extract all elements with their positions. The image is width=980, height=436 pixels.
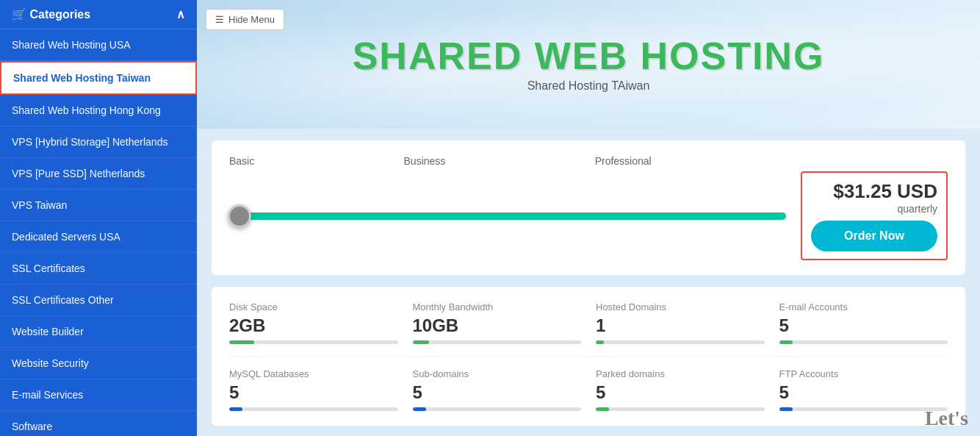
cart-icon: 🛒 xyxy=(12,8,26,21)
spec-bar-fill xyxy=(229,340,254,344)
chevron-up-icon: ∧ xyxy=(176,7,185,21)
specs-divider xyxy=(229,356,948,357)
spec-item: Disk Space2GB xyxy=(229,301,398,344)
slider-track xyxy=(229,212,786,220)
sidebar-item-shared-hk[interactable]: Shared Web Hosting Hong Kong xyxy=(0,95,197,126)
spec-label: FTP Accounts xyxy=(779,368,948,379)
spec-bar-fill xyxy=(413,407,426,411)
spec-item: E-mail Accounts5 xyxy=(779,301,948,344)
price-period: quarterly xyxy=(811,203,937,215)
plan-label-basic: Basic xyxy=(229,155,254,167)
price-amount: $31.25 USD xyxy=(811,180,937,203)
sidebar-item-vps-hybrid[interactable]: VPS [Hybrid Storage] Netherlands xyxy=(0,126,197,158)
specs-row1: Disk Space2GBMonthly Bandwidth10GBHosted… xyxy=(229,301,948,344)
spec-bar-fill xyxy=(596,340,604,344)
spec-value: 10GB xyxy=(413,315,582,336)
spec-bar-fill xyxy=(229,407,242,411)
spec-value: 5 xyxy=(413,382,582,403)
spec-item: FTP Accounts5 xyxy=(779,368,948,411)
plan-selector-card: Basic Business Professional $31.25 USD q… xyxy=(212,140,965,275)
plan-area: Basic Business Professional $31.25 USD q… xyxy=(197,129,980,436)
sidebar-item-website-builder[interactable]: Website Builder xyxy=(0,316,197,348)
hide-menu-icon: ☰ xyxy=(215,14,224,25)
spec-item: MySQL Databases5 xyxy=(229,368,398,411)
plan-label-professional: Professional xyxy=(595,155,652,167)
spec-bar-fill xyxy=(596,407,609,411)
spec-bar-fill xyxy=(779,407,793,411)
spec-value: 5 xyxy=(779,382,948,403)
spec-item: Parked domains5 xyxy=(596,368,765,411)
order-box: $31.25 USD quarterly Order Now xyxy=(801,171,948,260)
spec-label: Monthly Bandwidth xyxy=(413,301,582,312)
spec-bar xyxy=(779,340,948,344)
main-content: ☰ Hide Menu SHARED WEB HOSTING Shared Ho… xyxy=(197,0,980,436)
sidebar-item-vps-ssd[interactable]: VPS [Pure SSD] Netherlands xyxy=(0,158,197,190)
hide-menu-label: Hide Menu xyxy=(228,14,275,25)
sidebar-header-label: Categories xyxy=(29,8,90,21)
hide-menu-button[interactable]: ☰ Hide Menu xyxy=(206,9,284,30)
hero-subtitle: Shared Hosting TAiwan xyxy=(527,79,650,93)
spec-bar xyxy=(779,407,948,411)
sidebar: 🛒 Categories ∧ Shared Web Hosting USASha… xyxy=(0,0,197,436)
specs-card: Disk Space2GBMonthly Bandwidth10GBHosted… xyxy=(212,287,965,426)
spec-item: Monthly Bandwidth10GB xyxy=(413,301,582,344)
spec-bar xyxy=(596,340,765,344)
spec-item: Hosted Domains1 xyxy=(596,301,765,344)
spec-label: Sub-domains xyxy=(413,368,582,379)
spec-label: Disk Space xyxy=(229,301,398,312)
sidebar-item-shared-usa[interactable]: Shared Web Hosting USA xyxy=(0,29,197,61)
sidebar-item-ssl-other[interactable]: SSL Certificates Other xyxy=(0,285,197,316)
sidebar-header-left: 🛒 Categories xyxy=(12,7,90,21)
sidebar-item-vps-taiwan[interactable]: VPS Taiwan xyxy=(0,190,197,221)
spec-value: 5 xyxy=(779,315,948,336)
spec-label: E-mail Accounts xyxy=(779,301,948,312)
spec-value: 1 xyxy=(596,315,765,336)
spec-label: MySQL Databases xyxy=(229,368,398,379)
specs-row2: MySQL Databases5Sub-domains5Parked domai… xyxy=(229,368,948,411)
hero-title: SHARED WEB HOSTING xyxy=(353,37,825,75)
order-now-button[interactable]: Order Now xyxy=(811,221,937,251)
spec-bar-fill xyxy=(413,340,430,344)
sidebar-item-dedicated-usa[interactable]: Dedicated Servers USA xyxy=(0,221,197,253)
sidebar-item-software[interactable]: Software xyxy=(0,411,197,436)
sidebar-items-container: Shared Web Hosting USAShared Web Hosting… xyxy=(0,29,197,436)
hero-section: ☰ Hide Menu SHARED WEB HOSTING Shared Ho… xyxy=(197,0,980,129)
spec-bar xyxy=(229,340,398,344)
slider-row: $31.25 USD quarterly Order Now xyxy=(229,171,948,260)
spec-bar xyxy=(413,340,582,344)
plan-label-business: Business xyxy=(404,155,446,167)
spec-bar-fill xyxy=(779,340,793,344)
sidebar-header: 🛒 Categories ∧ xyxy=(0,0,197,29)
spec-bar xyxy=(229,407,398,411)
spec-value: 5 xyxy=(229,382,398,403)
sidebar-item-shared-taiwan[interactable]: Shared Web Hosting Taiwan xyxy=(0,61,197,95)
spec-value: 2GB xyxy=(229,315,398,336)
spec-item: Sub-domains5 xyxy=(413,368,582,411)
slider-thumb[interactable] xyxy=(228,204,251,228)
sidebar-item-website-security[interactable]: Website Security xyxy=(0,348,197,379)
plan-slider-container[interactable] xyxy=(229,204,786,228)
sidebar-item-ssl[interactable]: SSL Certificates xyxy=(0,253,197,285)
spec-bar xyxy=(596,407,765,411)
spec-value: 5 xyxy=(596,382,765,403)
spec-label: Parked domains xyxy=(596,368,765,379)
spec-bar xyxy=(413,407,582,411)
sidebar-item-email-services[interactable]: E-mail Services xyxy=(0,379,197,411)
spec-label: Hosted Domains xyxy=(596,301,765,312)
plan-label-row: Basic Business Professional xyxy=(229,155,948,167)
